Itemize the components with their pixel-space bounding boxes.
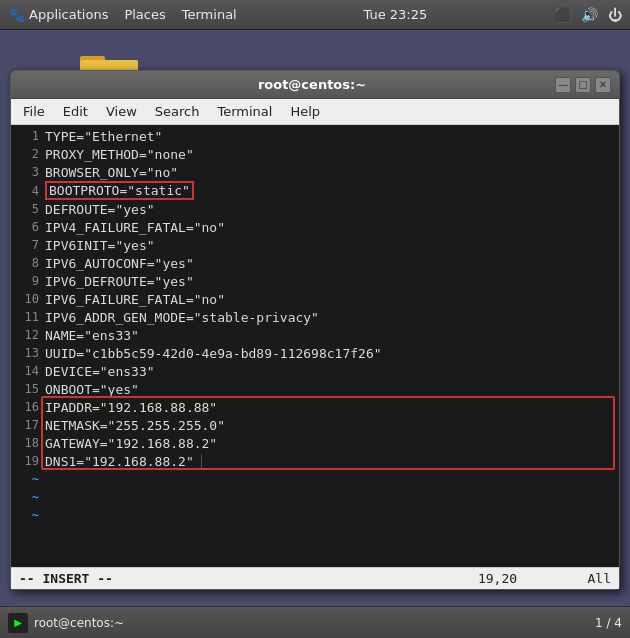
line-text: IPV6INIT="yes" (45, 238, 155, 253)
line-number: 12 (15, 328, 39, 342)
line-text: IPV4_FAILURE_FATAL="no" (45, 220, 225, 235)
line-number: 15 (15, 382, 39, 396)
line-number: ~ (15, 490, 39, 504)
menu-help[interactable]: Help (282, 101, 328, 122)
terminal-label: Terminal (182, 7, 237, 22)
line-text: GATEWAY="192.168.88.2" (45, 436, 217, 451)
line-number: ~ (15, 508, 39, 522)
window-controls: — □ ✕ (555, 77, 611, 93)
line-item: 6IPV4_FAILURE_FATAL="no" (11, 218, 619, 236)
line-text: TYPE="Ethernet" (45, 129, 162, 144)
line-number: 3 (15, 165, 39, 179)
line-number: ~ (15, 472, 39, 486)
line-item: 1TYPE="Ethernet" (11, 127, 619, 145)
line-item: 11IPV6_ADDR_GEN_MODE="stable-privacy" (11, 308, 619, 326)
line-text: ONBOOT="yes" (45, 382, 139, 397)
line-text: DEVICE="ens33" (45, 364, 155, 379)
line-number: 4 (15, 184, 39, 198)
line-number: 17 (15, 418, 39, 432)
status-bar: -- INSERT -- 19,20 All (11, 567, 619, 589)
line-text: UUID="c1bb5c59-42d0-4e9a-bd89-112698c17f… (45, 346, 382, 361)
line-number: 1 (15, 129, 39, 143)
menu-view[interactable]: View (98, 101, 145, 122)
taskbar-terminal[interactable]: Terminal (182, 7, 237, 22)
power-icon: ⏻ (608, 7, 622, 23)
line-number: 2 (15, 147, 39, 161)
window-title: root@centos:~ (69, 77, 555, 92)
network-icon: ⬛ (554, 7, 571, 23)
title-bar: root@centos:~ — □ ✕ (11, 71, 619, 99)
taskbar-app-terminal[interactable]: ▶ root@centos:~ (8, 613, 124, 633)
line-number: 16 (15, 400, 39, 414)
line-item: 5DEFROUTE="yes" (11, 200, 619, 218)
line-item: 10IPV6_FAILURE_FATAL="no" (11, 290, 619, 308)
close-button[interactable]: ✕ (595, 77, 611, 93)
line-number: 11 (15, 310, 39, 324)
line-text: BOOTPROTO="static" (45, 181, 194, 200)
line-item: ~ (11, 488, 619, 506)
bottom-taskbar: ▶ root@centos:~ 1 / 4 (0, 606, 630, 638)
line-number: 18 (15, 436, 39, 450)
desktop: root@centos:~ — □ ✕ File Edit View Searc… (0, 30, 630, 606)
line-number: 6 (15, 220, 39, 234)
line-item: 14DEVICE="ens33" (11, 362, 619, 380)
line-item: 12NAME="ens33" (11, 326, 619, 344)
menu-search[interactable]: Search (147, 101, 208, 122)
line-item: 13UUID="c1bb5c59-42d0-4e9a-bd89-112698c1… (11, 344, 619, 362)
line-text: NETMASK="255.255.255.0" (45, 418, 225, 433)
line-text: PROXY_METHOD="none" (45, 147, 194, 162)
terminal-content[interactable]: 1TYPE="Ethernet"2PROXY_METHOD="none"3BRO… (11, 125, 619, 567)
line-item: 16IPADDR="192.168.88.88" (11, 398, 619, 416)
line-text: IPADDR="192.168.88.88" (45, 400, 217, 415)
menu-edit[interactable]: Edit (55, 101, 96, 122)
line-number: 8 (15, 256, 39, 270)
line-number: 19 (15, 454, 39, 468)
workspace-pager: 1 / 4 (595, 616, 622, 630)
taskbar-time: Tue 23:25 (363, 7, 427, 22)
terminal-window: root@centos:~ — □ ✕ File Edit View Searc… (10, 70, 620, 590)
line-item: 19DNS1="192.168.88.2"█ (11, 452, 619, 470)
line-item: 15ONBOOT="yes" (11, 380, 619, 398)
taskbar-places[interactable]: Places (124, 7, 165, 22)
cursor-position: 19,20 All (478, 571, 611, 586)
line-number: 14 (15, 364, 39, 378)
line-text: IPV6_DEFROUTE="yes" (45, 274, 194, 289)
line-text: IPV6_ADDR_GEN_MODE="stable-privacy" (45, 310, 319, 325)
line-number: 9 (15, 274, 39, 288)
minimize-button[interactable]: — (555, 77, 571, 93)
line-item: 7IPV6INIT="yes" (11, 236, 619, 254)
top-taskbar: 🐾 Applications Places Terminal Tue 23:25… (0, 0, 630, 30)
line-item: 8IPV6_AUTOCONF="yes" (11, 254, 619, 272)
line-item: ~ (11, 506, 619, 524)
taskbar-left: 🐾 Applications Places Terminal (8, 7, 237, 23)
volume-icon: 🔊 (581, 7, 598, 23)
line-item: 9IPV6_DEFROUTE="yes" (11, 272, 619, 290)
line-text: IPV6_AUTOCONF="yes" (45, 256, 194, 271)
line-item: 2PROXY_METHOD="none" (11, 145, 619, 163)
line-item: 4BOOTPROTO="static" (11, 181, 619, 200)
line-text: NAME="ens33" (45, 328, 139, 343)
line-item: 3BROWSER_ONLY="no" (11, 163, 619, 181)
line-text: IPV6_FAILURE_FATAL="no" (45, 292, 225, 307)
terminal-app-icon: ▶ (8, 613, 28, 633)
line-item: 18GATEWAY="192.168.88.2" (11, 434, 619, 452)
line-text: DNS1="192.168.88.2"█ (45, 454, 202, 469)
apps-label: Applications (29, 7, 108, 22)
line-item: 17NETMASK="255.255.255.0" (11, 416, 619, 434)
menu-file[interactable]: File (15, 101, 53, 122)
line-text: DEFROUTE="yes" (45, 202, 155, 217)
taskbar-app-label: root@centos:~ (34, 616, 124, 630)
maximize-button[interactable]: □ (575, 77, 591, 93)
line-number: 5 (15, 202, 39, 216)
taskbar-apps[interactable]: 🐾 Applications (8, 7, 108, 23)
insert-mode: -- INSERT -- (19, 571, 113, 586)
apps-icon: 🐾 (8, 7, 25, 23)
line-number: 7 (15, 238, 39, 252)
line-text: BROWSER_ONLY="no" (45, 165, 178, 180)
menu-terminal[interactable]: Terminal (209, 101, 280, 122)
line-item: ~ (11, 470, 619, 488)
line-number: 10 (15, 292, 39, 306)
taskbar-right: ⬛ 🔊 ⏻ (554, 7, 622, 23)
line-number: 13 (15, 346, 39, 360)
menu-bar: File Edit View Search Terminal Help (11, 99, 619, 125)
